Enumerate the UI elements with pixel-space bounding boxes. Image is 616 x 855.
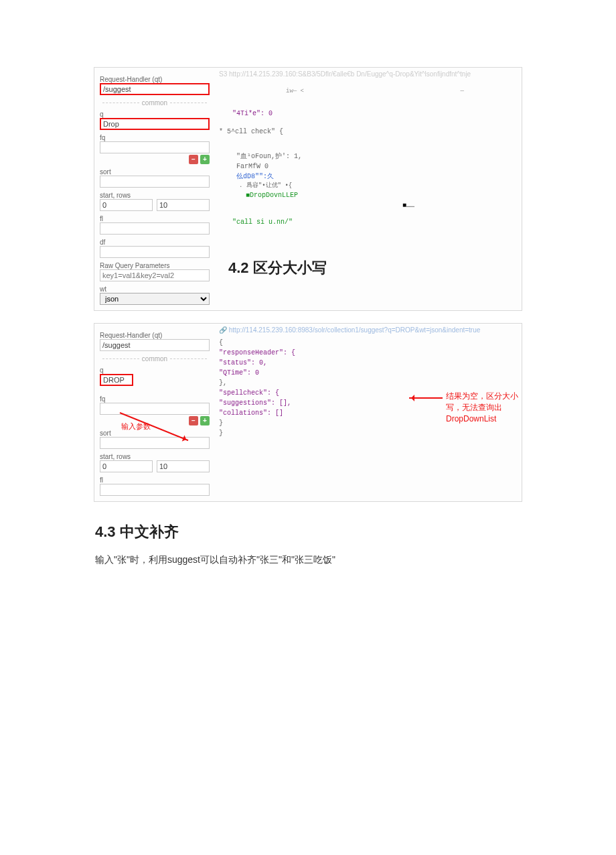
fq-label: fq [100, 134, 210, 141]
fq-buttons-2: − + [100, 416, 210, 425]
wt-select[interactable]: json [100, 293, 210, 305]
startrows-label: start, rows [100, 192, 210, 199]
common-divider-2: common [100, 355, 210, 363]
remove-fq-icon[interactable]: − [189, 155, 198, 164]
rawq-label: Raw Query Parameters [100, 262, 210, 269]
q-label: q [100, 111, 210, 118]
fl-label: fl [100, 215, 210, 222]
add-fq-icon[interactable]: + [200, 155, 210, 164]
screenshot-1: Request-Handler (qt) common q fq − + sor… [94, 67, 522, 311]
add-fq-icon-2[interactable]: + [200, 416, 210, 425]
rh-input-2[interactable] [100, 339, 210, 351]
resp-blk: ■…… [219, 200, 518, 210]
query-panel-1: Request-Handler (qt) common q fq − + sor… [94, 68, 215, 310]
response-body: iw— < — "4Ti*e": 0 * 5^cll check" { "血¹o… [219, 87, 518, 227]
heading-4-2: 4.2 区分大小写 [228, 258, 327, 278]
df-input[interactable] [100, 246, 210, 258]
response-panel-2: 🔗 http://114.215.239.160:8983/solr/colle… [215, 324, 522, 501]
rows-input-2[interactable] [157, 460, 210, 472]
frag-iw: iw— < [286, 87, 304, 96]
rh-input[interactable] [100, 83, 210, 95]
resp-collations: "call si u.nn/" [219, 217, 518, 227]
start-input-2[interactable] [100, 460, 153, 472]
q-label-2: q [100, 367, 210, 374]
resp-sugg: . 爲容"•让优" •{ [219, 182, 518, 191]
heading-4-3: 4.3 中文补齐 [95, 522, 522, 542]
rh-label: Request-Handler (qt) [100, 76, 210, 83]
query-panel-2: Request-Handler (qt) common q fq − + sor… [94, 324, 215, 501]
fl-input[interactable] [100, 222, 210, 235]
sort-label: sort [100, 168, 210, 176]
resp-spellcheck: * 5^cll check" { [219, 127, 518, 137]
resp-fud: 仫dD8"":久 [219, 172, 518, 182]
start-input[interactable] [100, 199, 153, 211]
frag-dash: — [461, 87, 464, 96]
rows-input[interactable] [157, 199, 210, 211]
q-input[interactable] [100, 118, 210, 130]
resp-dropdown: ■DropDovnLLEP [219, 190, 518, 200]
rawq-input[interactable] [100, 269, 210, 281]
fq-input[interactable] [100, 141, 210, 153]
fl-input-2[interactable] [100, 484, 210, 496]
screenshot-2: Request-Handler (qt) common q fq − + sor… [94, 323, 522, 502]
fq-buttons: − + [100, 155, 210, 164]
annotation-input-param: 输入参数 [121, 421, 151, 432]
annotation-result-empty: 结果为空，区分大小写，无法查询出 DropDownList [446, 391, 522, 424]
rh-label-2: Request-Handler (qt) [100, 332, 210, 339]
response-url: S3 http://114.215.239.160:S&B3/5Dflr/€al… [219, 70, 518, 78]
paragraph-4-3: 输入"张"时，利用suggest可以自动补齐"张三"和"张三吃饭" [95, 554, 522, 566]
sort-input-2[interactable] [100, 437, 210, 449]
response-url-2: 🔗 http://114.215.239.160:8983/solr/colle… [219, 326, 518, 334]
document-page: Request-Handler (qt) common q fq − + sor… [0, 0, 616, 593]
fq-input-2[interactable] [100, 403, 210, 415]
common-divider: common [100, 99, 210, 107]
sort-label-2: sort [100, 430, 210, 437]
fl-label-2: fl [100, 476, 210, 484]
q-input-2[interactable] [100, 374, 133, 386]
df-label: df [100, 239, 210, 246]
fq-label-2: fq [100, 395, 210, 403]
remove-fq-icon-2[interactable]: − [189, 416, 198, 425]
wt-label: wt [100, 285, 210, 293]
resp-farmfw: FarMfW 0 [219, 161, 518, 172]
resp-qtime: "4Ti*e": 0 [232, 110, 273, 117]
arrow-right-icon [409, 397, 443, 399]
startrows-label-2: start, rows [100, 453, 210, 460]
sort-input[interactable] [100, 176, 210, 188]
resp-numfound: "血¹oFoun,护': 1, [219, 151, 518, 161]
